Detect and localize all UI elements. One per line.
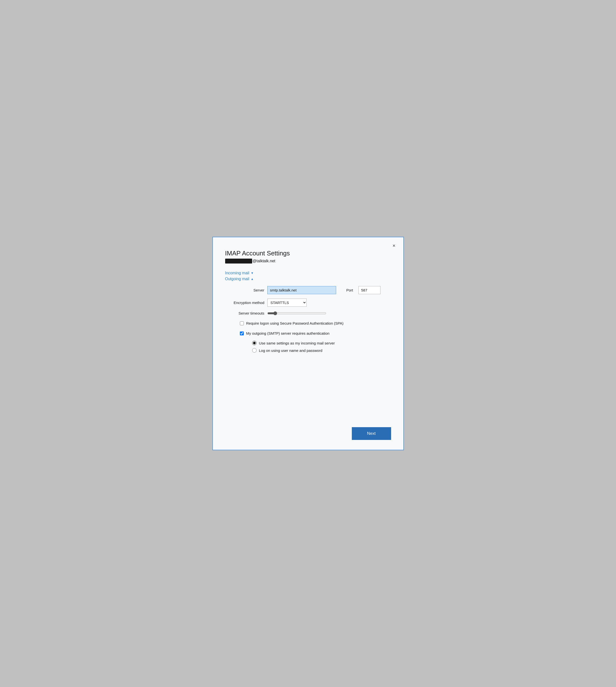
use-same-settings-row: Use same settings as my incoming mail se…	[252, 341, 391, 345]
use-same-settings-radio[interactable]	[252, 341, 257, 345]
spa-checkbox[interactable]	[240, 321, 244, 325]
outgoing-mail-header[interactable]: Outgoing mail ▲	[225, 277, 391, 281]
encryption-label: Encryption method	[233, 301, 264, 305]
server-label: Server	[233, 288, 264, 292]
smtp-auth-checkbox-row: My outgoing (SMTP) server requires authe…	[233, 331, 391, 336]
outgoing-mail-form: Server Port Encryption method STARTTLS N…	[225, 286, 391, 358]
port-input[interactable]	[358, 286, 380, 294]
encryption-row: Encryption method STARTTLS None SSL/TLS …	[233, 299, 391, 307]
imap-account-settings-dialog: × IMAP Account Settings @talktalk.net In…	[212, 237, 404, 450]
dialog-title: IMAP Account Settings	[225, 250, 391, 257]
email-display: @talktalk.net	[225, 259, 391, 264]
spa-label: Require logon using Secure Password Auth…	[246, 321, 344, 326]
outgoing-mail-label: Outgoing mail	[225, 277, 249, 281]
use-same-settings-label: Use same settings as my incoming mail se…	[259, 341, 335, 345]
outgoing-mail-chevron: ▲	[251, 277, 254, 281]
smtp-auth-checkbox[interactable]	[240, 331, 244, 336]
server-input[interactable]	[267, 286, 336, 294]
server-timeouts-row: Server timeouts	[233, 311, 391, 315]
email-domain: @talktalk.net	[252, 259, 276, 263]
close-button[interactable]: ×	[390, 242, 398, 250]
logon-password-label: Log on using user name and password	[259, 348, 323, 352]
port-label: Port	[347, 288, 353, 292]
encryption-select[interactable]: STARTTLS None SSL/TLS Auto	[267, 299, 307, 307]
next-button[interactable]: Next	[352, 427, 391, 440]
spa-checkbox-row: Require logon using Secure Password Auth…	[233, 321, 391, 326]
incoming-mail-chevron: ▼	[251, 271, 254, 275]
logon-password-radio[interactable]	[252, 348, 257, 352]
server-port-row: Server Port	[233, 286, 391, 294]
dialog-footer: Next	[225, 427, 391, 440]
smtp-auth-label: My outgoing (SMTP) server requires authe…	[246, 331, 329, 336]
server-timeouts-label: Server timeouts	[233, 311, 264, 315]
logon-password-row: Log on using user name and password	[252, 348, 391, 352]
incoming-mail-header[interactable]: Incoming mail ▼	[225, 271, 391, 275]
email-redacted-block	[225, 259, 252, 264]
slider-container	[267, 311, 331, 315]
incoming-mail-label: Incoming mail	[225, 271, 249, 275]
auth-radio-group: Use same settings as my incoming mail se…	[233, 341, 391, 352]
server-timeouts-slider[interactable]	[267, 311, 326, 315]
